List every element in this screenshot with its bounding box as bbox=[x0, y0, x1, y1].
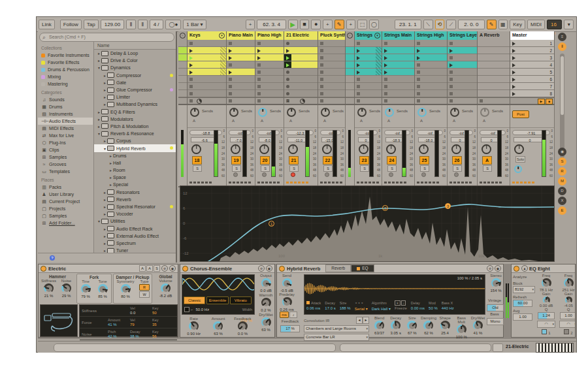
tree-arrow-icon[interactable]: ▸ bbox=[97, 110, 101, 114]
clip-slot[interactable] bbox=[227, 69, 255, 76]
knob-rate[interactable] bbox=[189, 321, 199, 331]
track-number-badge[interactable]: 24 bbox=[387, 156, 397, 165]
tree-arrow-icon[interactable]: ▸ bbox=[103, 80, 107, 85]
scene-slot[interactable]: 1 bbox=[510, 40, 554, 47]
tree-item-compressor[interactable]: ▸Compressor bbox=[94, 72, 176, 79]
clip-slot[interactable] bbox=[448, 47, 477, 54]
mode-button-ensemble[interactable]: Ensemble bbox=[206, 296, 228, 304]
send-a-knob[interactable] bbox=[480, 108, 489, 117]
clip-slot[interactable] bbox=[415, 76, 447, 83]
filter-type-dropdown[interactable]: ◠ bbox=[537, 321, 555, 328]
clip-slot[interactable] bbox=[382, 90, 414, 97]
knob-size[interactable] bbox=[407, 321, 417, 330]
knob-value[interactable]: 0.0 % bbox=[233, 332, 252, 336]
sidebar-item-max-for-live[interactable]: ⇄Max for Live bbox=[38, 132, 93, 139]
clip-slot[interactable] bbox=[382, 69, 414, 76]
filter-type-dropdown[interactable]: ◠ bbox=[559, 321, 576, 328]
track-stop-cell[interactable] bbox=[448, 98, 478, 104]
mixer-strip-master[interactable]: Post-7.910Solo0612182430364860 bbox=[510, 105, 555, 186]
tree-arrow-icon[interactable]: ▸ bbox=[103, 190, 107, 195]
clip-slot[interactable] bbox=[355, 90, 382, 97]
clip-slot[interactable] bbox=[346, 47, 354, 54]
clip-slot[interactable] bbox=[382, 47, 414, 54]
sidebar-item-grooves[interactable]: ≈Grooves bbox=[38, 161, 93, 168]
tree-arrow-icon[interactable]: ▸ bbox=[97, 117, 101, 121]
clip-slot[interactable] bbox=[382, 61, 414, 69]
clip-slot[interactable] bbox=[355, 76, 382, 83]
track-stop-cell[interactable] bbox=[355, 98, 382, 104]
pan-knob[interactable] bbox=[288, 144, 298, 154]
clip-slot[interactable] bbox=[284, 90, 318, 97]
tree-item-eq-filters[interactable]: ▸EQ & Filters bbox=[94, 108, 176, 116]
param-cell[interactable]: Key56 bbox=[152, 330, 174, 338]
back-to-arrangement-icon[interactable]: + bbox=[246, 20, 255, 29]
eq-band-node[interactable]: 1 bbox=[269, 221, 274, 227]
tree-item-multiband-dynamics[interactable]: ▸Multiband Dynamics bbox=[94, 101, 176, 108]
mixer-strip-pluck-synth[interactable]: SendsA-inf-15.022S0612182430364860 bbox=[318, 105, 346, 186]
clip-slot[interactable] bbox=[346, 54, 354, 61]
link-button[interactable]: Link bbox=[39, 20, 55, 29]
avg-value[interactable]: 1.00 bbox=[513, 313, 532, 321]
key-map-button[interactable]: Key bbox=[510, 20, 525, 29]
place-item[interactable]: ⊞Add Folder... bbox=[38, 219, 93, 227]
midi-map-button[interactable]: MIDI bbox=[527, 20, 545, 29]
tree-arrow-icon[interactable]: ▾ bbox=[97, 219, 101, 223]
clip-slot[interactable] bbox=[178, 90, 187, 97]
tree-arrow-icon[interactable]: ▸ bbox=[103, 227, 107, 231]
clip-slot[interactable] bbox=[284, 40, 318, 47]
tree-arrow-icon[interactable]: ▸ bbox=[103, 204, 107, 209]
tree-arrow-icon[interactable]: ▾ bbox=[103, 146, 107, 151]
param-cell-value[interactable]: 50 bbox=[152, 311, 174, 315]
arm-button[interactable] bbox=[262, 172, 267, 177]
track-stop-cell[interactable] bbox=[227, 98, 255, 104]
clip-slot[interactable] bbox=[448, 54, 477, 61]
save-preset-icon[interactable]: S bbox=[154, 265, 160, 272]
routing-selector[interactable]: ⚬⚬⚬Serial ▾ bbox=[355, 301, 368, 311]
clip-slot[interactable] bbox=[355, 69, 382, 76]
place-item[interactable]: ▢Samples bbox=[38, 212, 93, 219]
clip-slot[interactable] bbox=[346, 40, 354, 47]
knob-stiffness[interactable] bbox=[44, 283, 54, 293]
pan-knob[interactable] bbox=[322, 144, 332, 154]
param-value[interactable]: 0.06 ms bbox=[306, 306, 321, 310]
knob-volume[interactable] bbox=[161, 283, 171, 293]
knob-value[interactable]: 3.05 s bbox=[387, 331, 404, 335]
group-fold-icon[interactable]: ◦ bbox=[180, 33, 186, 39]
tempo-field[interactable]: 129.00 bbox=[101, 20, 124, 29]
sidebar-item-midi-effects[interactable]: ▤MIDI Effects bbox=[38, 125, 93, 132]
clip-slot[interactable] bbox=[448, 83, 477, 90]
pan-knob[interactable] bbox=[514, 144, 524, 154]
clip-slot[interactable] bbox=[178, 40, 187, 47]
loop-switch-icon[interactable]: ⟲ bbox=[435, 20, 445, 29]
mode-button-vibrato[interactable]: Vibrato bbox=[230, 296, 252, 304]
mixer-toggle-r[interactable]: R bbox=[558, 167, 566, 176]
clip-slot[interactable] bbox=[227, 61, 255, 69]
clip-slot[interactable] bbox=[346, 76, 354, 83]
hotswap-icon[interactable]: ⊘ bbox=[258, 265, 265, 272]
scene-slot[interactable]: 8 bbox=[510, 90, 554, 97]
record-button[interactable]: ● bbox=[311, 20, 321, 29]
clip-slot[interactable] bbox=[284, 47, 318, 54]
clip-slot[interactable] bbox=[188, 54, 226, 61]
clip-slot[interactable] bbox=[188, 69, 226, 76]
param-size[interactable]: Size188 % bbox=[340, 301, 351, 310]
clip-slot[interactable] bbox=[448, 61, 477, 69]
tree-item-limiter[interactable]: ▸Limiter bbox=[94, 93, 176, 101]
tree-arrow-icon[interactable]: ▸ bbox=[97, 58, 101, 63]
pickup-type-w-button[interactable]: W bbox=[139, 291, 150, 298]
send-a-knob[interactable] bbox=[385, 108, 394, 117]
group-fold-icon[interactable]: ◦ bbox=[347, 33, 353, 39]
param-cell[interactable]: Decay38 % bbox=[130, 330, 152, 338]
knob-value[interactable]: 63/37 bbox=[371, 331, 387, 335]
punch-out-icon[interactable]: ⟋ bbox=[446, 20, 456, 29]
peak-level-display[interactable]: -inf bbox=[417, 130, 443, 135]
track-stop-cell[interactable] bbox=[178, 98, 188, 104]
clip-slot[interactable] bbox=[448, 90, 477, 97]
hotswap-icon[interactable]: ⊘ bbox=[487, 265, 493, 272]
solo-button[interactable]: S bbox=[289, 165, 299, 172]
loop-length-field[interactable]: 2. 0. 0 bbox=[458, 20, 485, 29]
vintage-selector[interactable]: Old bbox=[487, 304, 504, 311]
clip-slot[interactable] bbox=[415, 90, 447, 97]
tree-item-drums[interactable]: ▸Drums bbox=[94, 152, 176, 159]
param-cell-value[interactable]: 56 bbox=[152, 334, 174, 338]
